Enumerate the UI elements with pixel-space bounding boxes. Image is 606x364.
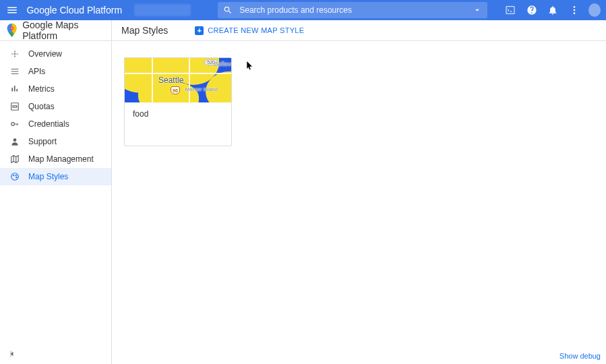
sidebar-item-label: Credentials xyxy=(28,119,69,129)
sidebar-item-overview[interactable]: Overview xyxy=(0,45,111,63)
sidebar-item-label: APIs xyxy=(28,67,45,76)
svg-rect-6 xyxy=(11,103,19,111)
list-icon xyxy=(9,66,20,77)
sidebar-item-label: Quotas xyxy=(28,102,55,111)
search-icon xyxy=(223,5,233,15)
map-style-card-title: food xyxy=(133,109,223,119)
key-icon xyxy=(9,119,20,129)
sidebar-item-apis[interactable]: APIs xyxy=(0,63,111,80)
svg-point-0 xyxy=(573,6,575,8)
thumbnail-city-se: Mercer Island xyxy=(185,86,218,92)
sidebar-nav: Overview APIs Metrics Quotas Credentials… xyxy=(0,41,112,364)
svg-rect-7 xyxy=(13,106,17,107)
overview-icon xyxy=(9,49,20,59)
svg-point-2 xyxy=(573,12,575,14)
map-style-card[interactable]: 520 Seattle Bellevu Mercer Island 90 foo… xyxy=(124,57,232,146)
project-selector[interactable] xyxy=(134,4,191,16)
svg-point-11 xyxy=(13,175,14,176)
plus-icon: + xyxy=(195,26,204,35)
svg-point-1 xyxy=(573,9,575,11)
sidebar-item-label: Map Management xyxy=(28,154,94,164)
sidebar-item-credentials[interactable]: Credentials xyxy=(0,115,111,133)
sidebar-item-label: Overview xyxy=(28,49,62,59)
bar-chart-icon xyxy=(9,84,20,94)
sidebar-item-label: Metrics xyxy=(28,84,55,94)
notifications-button[interactable] xyxy=(546,3,559,18)
sidebar-item-label: Map Styles xyxy=(28,172,68,181)
svg-point-4 xyxy=(11,28,13,29)
palette-icon xyxy=(9,171,20,182)
help-button[interactable] xyxy=(525,3,538,18)
cloud-shell-icon xyxy=(505,5,516,16)
thumbnail-city-main: Seattle xyxy=(158,75,183,85)
map-style-thumbnail: 520 Seattle Bellevu Mercer Island 90 xyxy=(125,58,231,102)
search-input[interactable] xyxy=(239,5,466,15)
svg-point-9 xyxy=(13,138,17,142)
page-title: Map Styles xyxy=(121,25,168,36)
svg-point-13 xyxy=(16,177,17,178)
sidebar-item-quotas[interactable]: Quotas xyxy=(0,98,111,115)
svg-point-12 xyxy=(16,175,16,176)
top-bar: Google Cloud Platform xyxy=(0,0,606,20)
account-avatar[interactable] xyxy=(588,3,601,17)
help-icon xyxy=(526,5,537,16)
sidebar-item-map-management[interactable]: Map Management xyxy=(0,150,111,168)
thumbnail-highway-shield: 90 xyxy=(171,86,180,94)
hamburger-menu-button[interactable] xyxy=(5,3,18,18)
brand-title: Google Cloud Platform xyxy=(26,5,122,16)
sidebar-item-map-styles[interactable]: Map Styles xyxy=(0,168,111,185)
sidebar-item-support[interactable]: Support xyxy=(0,133,111,150)
svg-point-8 xyxy=(11,123,15,126)
cloud-shell-button[interactable] xyxy=(504,3,516,18)
quota-icon xyxy=(9,101,20,112)
svg-point-5 xyxy=(14,53,15,54)
svg-point-10 xyxy=(11,173,19,181)
bell-icon xyxy=(547,5,558,16)
thumbnail-city-ne: Bellevu xyxy=(214,61,231,67)
more-menu-button[interactable] xyxy=(568,3,580,18)
main-content: 520 Seattle Bellevu Mercer Island 90 foo… xyxy=(112,41,606,364)
create-map-style-label: CREATE NEW MAP STYLE xyxy=(208,26,304,34)
chevron-left-icon xyxy=(7,348,18,359)
maps-pin-icon xyxy=(7,24,17,37)
collapse-sidebar-button[interactable] xyxy=(7,348,19,361)
person-icon xyxy=(9,136,20,147)
sub-header: Google Maps Platform Map Styles + CREATE… xyxy=(0,20,606,41)
mouse-cursor xyxy=(247,61,253,71)
sidebar-item-label: Support xyxy=(28,137,57,146)
global-search[interactable] xyxy=(218,2,487,18)
show-debug-link[interactable]: Show debug xyxy=(559,352,601,360)
chevron-down-icon[interactable] xyxy=(473,5,482,15)
page-header-row: Map Styles + CREATE NEW MAP STYLE xyxy=(112,25,304,36)
map-icon xyxy=(9,154,20,164)
hamburger-icon xyxy=(6,4,18,16)
product-title: Google Maps Platform xyxy=(22,20,111,41)
product-area: Google Maps Platform xyxy=(0,20,112,40)
more-vertical-icon xyxy=(569,5,580,16)
create-map-style-button[interactable]: + CREATE NEW MAP STYLE xyxy=(195,26,304,35)
sidebar-item-metrics[interactable]: Metrics xyxy=(0,80,111,98)
